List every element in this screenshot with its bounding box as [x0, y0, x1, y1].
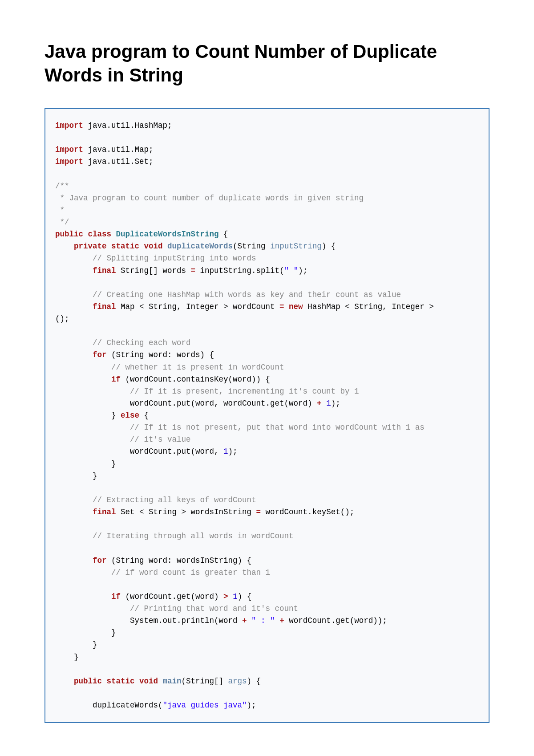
code-indent [55, 411, 111, 420]
code-keyword: for [93, 350, 107, 359]
code-text: ) { [322, 242, 336, 251]
code-class: DuplicateWordsInString [111, 230, 219, 239]
code-indent [55, 242, 74, 251]
code-text: java.util.HashMap; [83, 121, 172, 130]
code-comment: // Printing that word and it's count [55, 604, 298, 613]
code-comment: // whether it is present in wordCount [55, 363, 284, 372]
code-text: Set < String > [116, 508, 191, 516]
code-text: ); [331, 399, 340, 408]
code-keyword: public class [55, 230, 111, 239]
code-indent [55, 592, 111, 601]
code-string: " " [284, 266, 299, 275]
code-keyword: import [55, 157, 83, 166]
code-text [247, 616, 252, 625]
code-var: wordCount [233, 302, 275, 311]
code-keyword: import [55, 121, 83, 130]
code-text: ) { [238, 592, 252, 601]
code-text: wordCount.put(word, wordCount.get(word) [130, 399, 317, 408]
code-text: } [55, 628, 116, 637]
code-number: 1 [326, 399, 331, 408]
code-param: inputString [270, 242, 322, 251]
code-indent [55, 375, 111, 384]
code-comment: // Extracting all keys of wordCount [55, 496, 256, 504]
code-comment: // it's value [55, 435, 191, 444]
code-op: > [223, 592, 228, 601]
code-text: System.out.println(word [130, 616, 242, 625]
code-op: = [251, 508, 266, 516]
code-text: wordCount.put(word, [130, 447, 223, 456]
code-keyword: if [111, 375, 121, 384]
code-text: (); [55, 314, 69, 323]
code-text [228, 592, 233, 601]
code-keyword: else [121, 411, 139, 420]
code-indent [55, 556, 93, 565]
code-comment: // If it is not present, put that word i… [55, 423, 425, 432]
code-text: java.util.Set; [83, 157, 154, 166]
code-op: = [275, 302, 289, 311]
code-comment: * [55, 206, 65, 215]
code-op: = [186, 266, 200, 275]
code-comment: // Checking each word [55, 338, 191, 347]
code-text: duplicateWords( [93, 701, 163, 710]
code-indent [55, 266, 93, 275]
code-text: (String[] [182, 677, 228, 686]
code-text: HashMap < String, Integer > [303, 302, 439, 311]
code-indent [55, 447, 130, 456]
code-text: } [55, 653, 79, 662]
code-text: inputString.split( [200, 266, 284, 275]
code-text: (wordCount.get(word) [121, 592, 223, 601]
code-comment: // If it is present, incrementing it's c… [55, 387, 359, 396]
code-indent [55, 677, 74, 686]
code-text: java.util.Map; [83, 145, 154, 154]
code-type: String [238, 242, 271, 251]
code-text: Map < String, Integer > [116, 302, 233, 311]
code-indent [55, 508, 93, 516]
code-indent [55, 350, 93, 359]
code-method: duplicateWords [163, 242, 233, 251]
code-text: String[] [116, 266, 163, 275]
code-string: "java guides java" [163, 701, 247, 710]
code-text: wordCount.keySet(); [266, 508, 355, 516]
code-text: } [55, 640, 97, 649]
code-text: (String word: words) { [107, 350, 214, 359]
code-var: wordsInString [191, 508, 252, 516]
code-comment: * Java program to count number of duplic… [55, 194, 364, 203]
code-text: { [219, 230, 228, 239]
code-text: ( [233, 242, 238, 251]
code-keyword: final [93, 266, 116, 275]
code-indent [55, 399, 130, 408]
code-op: + [317, 399, 322, 408]
code-text: (wordCount.containsKey(word)) { [121, 375, 270, 384]
code-keyword: final [93, 302, 116, 311]
code-op: + [279, 616, 284, 625]
code-text: ); [298, 266, 307, 275]
code-indent [55, 302, 93, 311]
code-comment: // Creating one HashMap with words as ke… [55, 290, 401, 299]
code-text [275, 616, 280, 625]
code-number: 1 [223, 447, 228, 456]
code-keyword: final [93, 508, 116, 516]
code-text: ); [247, 701, 256, 710]
code-indent [55, 701, 93, 710]
code-text: (String word: wordsInString) { [107, 556, 252, 565]
code-op: + [242, 616, 247, 625]
code-text: { [139, 411, 149, 420]
code-text: wordCount.get(word)); [284, 616, 387, 625]
code-comment: // if word count is greater than 1 [55, 568, 270, 577]
code-comment: */ [55, 218, 69, 227]
code-text: ); [228, 447, 238, 456]
code-param: args [228, 677, 247, 686]
code-text: } [111, 411, 121, 420]
code-text [322, 399, 327, 408]
code-keyword: for [93, 556, 107, 565]
code-text: } [55, 459, 116, 468]
code-indent [55, 616, 130, 625]
page-title: Java program to Count Number of Duplicat… [44, 40, 490, 87]
code-string: " : " [251, 616, 275, 625]
code-keyword: private static void [74, 242, 163, 251]
code-comment: /** [55, 182, 69, 191]
code-number: 1 [233, 592, 238, 601]
code-comment: // Splitting inputString into words [55, 254, 256, 263]
code-text: } [55, 471, 97, 480]
code-method: main [158, 677, 182, 686]
